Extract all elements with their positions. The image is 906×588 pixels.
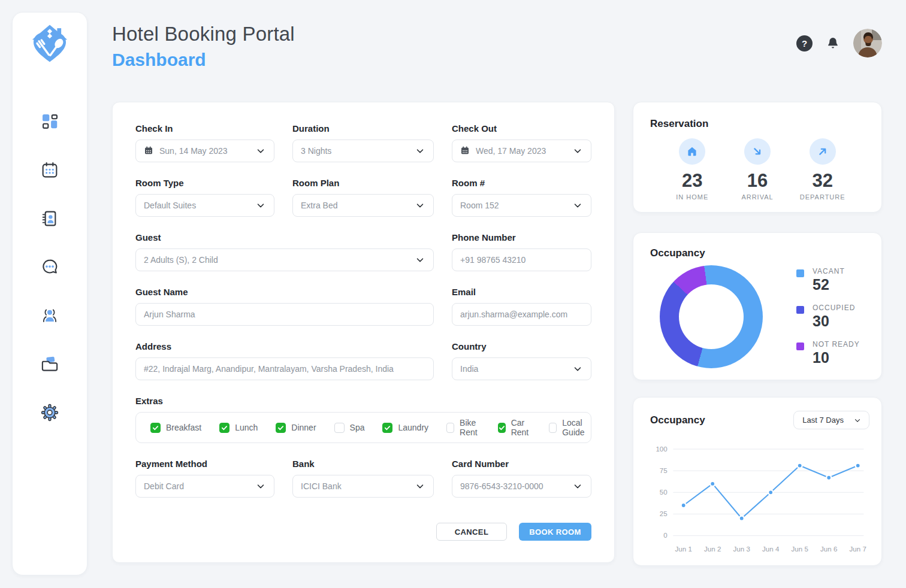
chevron-down-icon [415,254,425,265]
calendar-icon [144,146,153,157]
bank-value: ICICI Bank [301,481,409,491]
email-input[interactable] [460,310,583,319]
legend-item-occupied: OCCUPIED 30 [796,304,860,330]
occupancy-donut-chart [660,265,763,368]
country-value: India [460,364,566,374]
phone-field-wrap [452,248,591,271]
sidebar-nav [38,110,62,425]
guest-name-input[interactable] [144,310,425,319]
field-country: Country India [452,341,591,380]
check-out-select[interactable]: Wed, 17 May 2023 [452,140,591,162]
field-label: Bank [292,459,434,469]
field-label: Country [452,341,591,351]
people-icon [40,306,59,325]
sidebar-item-settings[interactable] [38,401,62,425]
guest-book-icon [40,209,59,228]
checkbox-icon [549,423,557,433]
extra-option[interactable]: Lunch [219,423,258,433]
extra-option[interactable]: Bike Rent [446,418,480,437]
field-check-out: Check Out Wed, 17 May 2023 [452,123,591,162]
checkbox-icon [276,423,286,433]
dashboard-grid-icon [40,112,59,131]
chevron-down-icon [572,200,583,211]
field-room-number: Room # Room 152 [452,178,591,217]
extra-option[interactable]: Dinner [276,423,316,433]
extra-option[interactable]: Breakfast [150,423,201,433]
extra-option[interactable]: Local Guide [549,418,587,437]
user-avatar[interactable] [853,29,882,57]
address-input[interactable] [144,364,425,374]
room-type-value: Default Suites [144,201,249,210]
guest-select[interactable]: 2 Adults (S), 2 Child [135,248,434,271]
field-label: Payment Method [135,459,274,469]
room-type-select[interactable]: Default Suites [135,194,274,217]
check-in-select[interactable]: Sun, 14 May 2023 [135,140,274,162]
home-icon [679,138,705,165]
range-label: Last 7 Days [802,416,844,425]
card-number-select[interactable]: 9876-6543-3210-0000 [452,475,591,498]
field-label: Email [452,287,591,297]
chevron-down-icon [255,146,266,156]
field-label: Room Plan [292,178,434,188]
payment-method-select[interactable]: Debit Card [135,475,274,498]
card-title: Occupancy [650,414,705,426]
booking-form-card: Check In Sun, 14 May 2023 Duration 3 Nig… [112,102,615,563]
sidebar-item-staff[interactable] [38,304,62,328]
stat-in-home: 23 IN HOME [660,138,725,201]
stat-value: 32 [812,170,832,192]
field-room-type: Room Type Default Suites [135,178,274,217]
field-label: Room Type [135,178,274,188]
field-guest-name: Guest Name [135,287,434,326]
calendar-icon [40,160,59,180]
notifications-button[interactable] [826,36,840,50]
sidebar-item-dashboard[interactable] [38,110,62,134]
question-icon: ? [802,38,807,49]
checkbox-icon [446,423,454,433]
occupancy-line-chart: 0255075100Jun 1Jun 2Jun 3Jun 4Jun 5Jun 6… [647,434,869,556]
field-label: Room # [452,178,591,188]
room-plan-select[interactable]: Extra Bed [292,194,434,217]
country-select[interactable]: India [452,357,591,380]
svg-text:50: 50 [660,489,668,496]
stat-departure: 32 DEPARTURE [790,138,855,201]
chevron-down-icon [572,481,583,492]
room-number-value: Room 152 [460,201,566,210]
sidebar-item-calendar[interactable] [38,158,62,182]
payment-method-value: Debit Card [144,481,249,491]
occupancy-donut-card: Occupancy VACANT 52 OCCUPIED 30 NOT READ… [633,232,882,380]
extra-option[interactable]: Laundry [382,423,428,433]
field-label: Guest [135,232,434,243]
check-out-value: Wed, 17 May 2023 [476,146,566,156]
sidebar-item-documents[interactable] [38,352,62,376]
svg-text:100: 100 [656,445,667,453]
svg-text:Jun 5: Jun 5 [792,545,808,553]
field-label: Check Out [452,123,591,134]
svg-text:Jun 7: Jun 7 [850,545,866,553]
duration-select[interactable]: 3 Nights [292,140,434,162]
calendar-icon [460,146,470,157]
room-number-select[interactable]: Room 152 [452,194,591,217]
sidebar-item-messages[interactable] [38,255,62,279]
field-bank: Bank ICICI Bank [292,459,434,498]
sidebar-item-guest-directory[interactable] [38,207,62,231]
app-title: Hotel Booking Portal [112,23,295,46]
donut-legend: VACANT 52 OCCUPIED 30 NOT READY 10 [796,267,860,366]
bank-select[interactable]: ICICI Bank [292,475,434,498]
extra-option[interactable]: Spa [334,423,365,433]
field-phone: Phone Number [452,232,591,271]
svg-text:Jun 1: Jun 1 [675,545,692,553]
chevron-down-icon [415,200,425,211]
stat-label: DEPARTURE [800,193,845,201]
extra-option[interactable]: Car Rent [498,418,531,437]
legend-swatch [796,306,804,314]
phone-input[interactable] [460,255,583,265]
book-room-button[interactable]: BOOK ROOM [519,523,591,541]
help-button[interactable]: ? [796,35,813,51]
cancel-button[interactable]: CANCEL [436,523,507,541]
range-selector[interactable]: Last 7 Days [793,411,869,429]
svg-text:Jun 4: Jun 4 [762,545,780,553]
guest-name-field-wrap [135,303,434,326]
arrow-down-right-icon [744,138,771,165]
occupancy-trend-card: Occupancy Last 7 Days 0255075100Jun 1Jun… [633,397,882,566]
app-logo-icon[interactable] [28,22,71,68]
